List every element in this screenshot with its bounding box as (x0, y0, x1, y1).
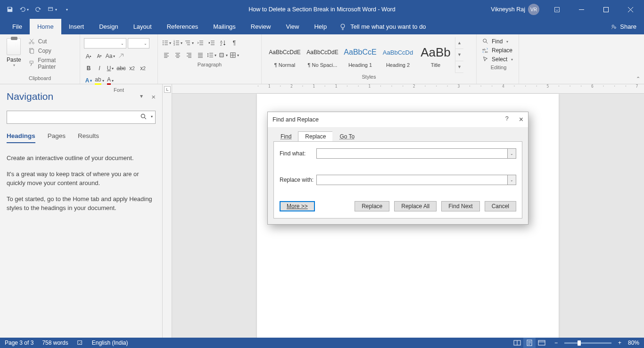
tab-home[interactable]: Home (30, 19, 61, 34)
nav-options-button[interactable]: ▾ (140, 93, 143, 101)
maximize-button[interactable] (595, 2, 617, 16)
tab-file[interactable]: File (5, 19, 30, 34)
nav-tab-results[interactable]: Results (78, 132, 99, 143)
paste-button[interactable]: Paste ▾ (3, 36, 25, 75)
collapse-ribbon-button[interactable]: ⌃ (636, 76, 640, 82)
strikethrough-button[interactable]: abc (116, 64, 126, 73)
line-spacing-button[interactable]: ▾ (207, 50, 216, 60)
tab-help[interactable]: Help (306, 19, 334, 34)
cancel-button[interactable]: Cancel (485, 201, 516, 211)
clear-formatting-button[interactable] (116, 51, 126, 61)
dialog-tab-replace[interactable]: Replace (298, 131, 333, 141)
select-button[interactable]: Select▾ (482, 56, 515, 63)
font-size-select[interactable]: ⌄ (128, 38, 149, 49)
zoom-level[interactable]: 80% (628, 340, 639, 346)
underline-button[interactable]: U▾ (106, 64, 115, 73)
qat-more-button[interactable]: ▾ (61, 4, 72, 15)
undo-button[interactable]: ▾ (19, 4, 29, 15)
replace-all-button[interactable]: Replace All (394, 201, 437, 211)
justify-button[interactable] (196, 50, 205, 60)
search-icon[interactable] (140, 113, 147, 120)
replace-action-button[interactable]: Replace (355, 201, 389, 211)
ribbon-options-button[interactable] (546, 2, 568, 16)
language-status[interactable]: English (India) (92, 340, 128, 346)
tab-review[interactable]: Review (243, 19, 279, 34)
align-right-button[interactable] (184, 50, 194, 60)
change-case-button[interactable]: Aa▾ (106, 51, 115, 61)
user-account[interactable]: Vikneysh Raj VR (491, 4, 539, 15)
word-count[interactable]: 758 words (42, 340, 68, 346)
multilevel-list-button[interactable]: ▾ (184, 38, 194, 48)
zoom-out-button[interactable]: − (553, 340, 560, 346)
copy-button[interactable]: Copy (28, 48, 74, 54)
shading-button[interactable]: ▾ (218, 50, 228, 60)
tab-insert[interactable]: Insert (61, 19, 92, 34)
style-tile-1[interactable]: AaBbCcDdE¶ No Spaci... (304, 37, 341, 73)
replace-button[interactable]: abac Replace (482, 47, 515, 54)
text-effects-button[interactable]: A▾ (84, 76, 93, 85)
print-layout-button[interactable] (523, 338, 536, 348)
find-button[interactable]: Find▾ (482, 38, 515, 45)
replace-with-input[interactable] (316, 175, 508, 185)
tab-layout[interactable]: Layout (126, 19, 159, 34)
qat-customize-button[interactable]: ▾ (47, 4, 58, 15)
tell-me[interactable]: Tell me what you want to do (339, 23, 426, 31)
minimize-button[interactable] (570, 2, 592, 16)
superscript-button[interactable]: x2 (138, 64, 148, 73)
zoom-in-button[interactable]: + (616, 340, 623, 346)
align-left-button[interactable] (162, 50, 171, 60)
cut-button[interactable]: Cut (28, 38, 74, 45)
share-button[interactable]: Share (611, 23, 636, 30)
zoom-thumb[interactable] (578, 340, 581, 346)
more-button[interactable]: More >> (280, 201, 315, 211)
find-next-button[interactable]: Find Next (441, 201, 479, 211)
font-color-button[interactable]: A▾ (106, 76, 115, 85)
sort-button[interactable]: AZ (218, 38, 228, 48)
find-what-input[interactable] (316, 148, 508, 159)
tab-mailings[interactable]: Mailings (206, 19, 243, 34)
dialog-tab-goto[interactable]: Go To (332, 131, 362, 141)
redo-button[interactable] (33, 4, 43, 15)
format-painter-button[interactable]: Format Painter (28, 57, 74, 70)
dialog-tab-find[interactable]: Find (273, 131, 298, 141)
align-center-button[interactable] (173, 50, 182, 60)
styles-expand[interactable]: ▼ (455, 61, 463, 73)
save-button[interactable] (5, 4, 15, 15)
decrease-indent-button[interactable] (196, 38, 205, 48)
dialog-close-button[interactable]: × (519, 115, 523, 124)
read-mode-button[interactable] (511, 338, 523, 348)
horizontal-ruler[interactable]: · 1 · 2 · 1 · 1 · · 1 · · · 2 · · · 3 · … (172, 84, 644, 94)
show-marks-button[interactable]: ¶ (230, 38, 239, 48)
tab-design[interactable]: Design (91, 19, 125, 34)
grow-font-button[interactable]: A▴ (84, 51, 93, 61)
nav-close-button[interactable]: × (151, 93, 156, 101)
tab-references[interactable]: References (159, 19, 206, 34)
tab-selector[interactable]: L (164, 86, 171, 93)
italic-button[interactable]: I (95, 64, 104, 73)
close-button[interactable] (619, 2, 641, 16)
replace-with-dropdown[interactable]: ⌄ (508, 175, 516, 185)
style-tile-4[interactable]: AaBbTitle (417, 37, 454, 73)
style-tile-2[interactable]: AaBbCcEHeading 1 (342, 37, 379, 73)
nav-tab-pages[interactable]: Pages (48, 132, 66, 143)
zoom-slider[interactable] (564, 342, 611, 344)
find-what-dropdown[interactable]: ⌄ (508, 148, 516, 159)
dialog-help-button[interactable]: ? (505, 115, 509, 124)
shrink-font-button[interactable]: A▾ (95, 51, 104, 61)
page-status[interactable]: Page 3 of 3 (5, 340, 33, 346)
style-tile-3[interactable]: AaBbCcDdHeading 2 (380, 37, 416, 73)
nav-search-input[interactable] (7, 111, 156, 124)
styles-scroll-down[interactable]: ▼ (455, 49, 463, 61)
styles-scroll-up[interactable]: ▲ (455, 37, 463, 49)
highlight-button[interactable]: ab▾ (95, 76, 104, 85)
increase-indent-button[interactable] (207, 38, 216, 48)
font-name-select[interactable]: ⌄ (84, 38, 126, 49)
tab-view[interactable]: View (278, 19, 306, 34)
vertical-ruler[interactable]: L (163, 84, 172, 338)
nav-search-options[interactable]: ▾ (151, 114, 153, 119)
bullets-button[interactable]: ▾ (162, 38, 171, 48)
nav-tab-headings[interactable]: Headings (7, 132, 35, 143)
bold-button[interactable]: B (84, 64, 93, 73)
dialog-titlebar[interactable]: Find and Replace ? × (268, 112, 528, 128)
spell-check-icon[interactable] (77, 340, 83, 346)
